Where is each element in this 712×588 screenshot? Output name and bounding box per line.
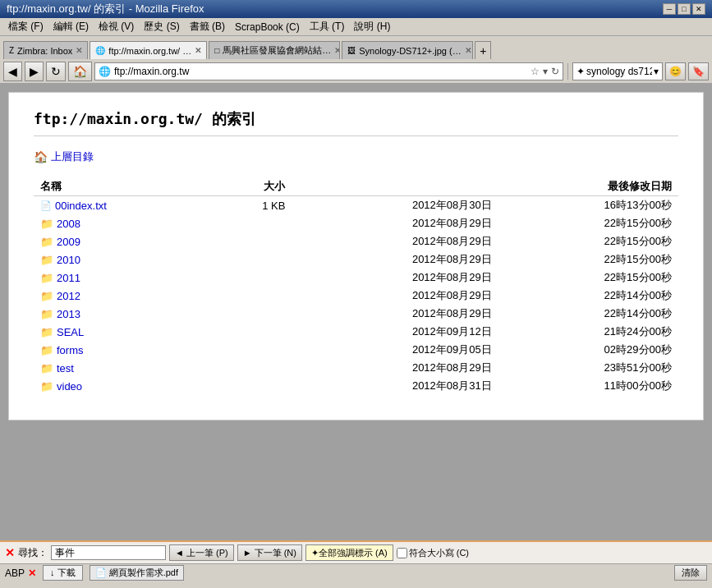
file-date: 2012年08月30日 [292, 196, 498, 215]
table-row: 📄00index.txt1 KB2012年08月30日16時13分00秒 [34, 196, 678, 215]
file-size [211, 232, 292, 250]
status-error-icon: ✕ [28, 567, 36, 579]
file-link[interactable]: 📁2008 [40, 218, 204, 230]
find-highlight-button[interactable]: ✦全部強調標示 (A) [305, 544, 393, 561]
tab-favicon-synology: 🖼 [347, 46, 356, 55]
file-link[interactable]: 📁2011 [40, 272, 204, 284]
file-date: 2012年09月12日 [292, 323, 498, 341]
tabbar: Z Zimbra: Inbox ✕ 🌐 ftp://maxin.org.tw/ … [0, 36, 712, 59]
file-time: 22時15分00秒 [498, 214, 678, 232]
menu-edit[interactable]: 編輯 (E) [48, 18, 94, 35]
file-link[interactable]: 📁2009 [40, 236, 204, 248]
back-button[interactable]: ◀ [3, 62, 22, 81]
nav-separator [567, 63, 568, 80]
file-link[interactable]: 📁2013 [40, 308, 204, 320]
tab-synology[interactable]: 🖼 Synology-DS712+.jpg (… ✕ [342, 41, 473, 59]
file-icon: 📄 [40, 200, 52, 211]
main-area: ftp://maxin.org.tw/ 的索引 🏠 上層目錄 名稱 大小 最後修… [0, 84, 712, 540]
file-size [211, 269, 292, 287]
minimize-button[interactable]: ─ [663, 3, 676, 15]
file-date: 2012年08月29日 [292, 269, 498, 287]
file-link[interactable]: 📁video [40, 380, 204, 393]
table-row: 📁video2012年08月31日11時00分00秒 [34, 377, 678, 395]
close-button[interactable]: ✕ [692, 3, 705, 15]
folder-icon: 📁 [40, 272, 53, 284]
menu-view[interactable]: 檢視 (V) [94, 18, 139, 35]
table-row: 📁test2012年08月29日23時51分00秒 [34, 359, 678, 377]
url-input[interactable] [114, 66, 527, 77]
col-size: 大小 [211, 177, 292, 196]
tab-close-synology[interactable]: ✕ [465, 46, 471, 55]
tab-close-ftp[interactable]: ✕ [195, 46, 201, 55]
file-date: 2012年09月05日 [292, 341, 498, 359]
menu-help[interactable]: 說明 (H) [349, 18, 395, 35]
menu-history[interactable]: 歷史 (S) [139, 18, 184, 35]
reload-button[interactable]: ↻ [46, 62, 66, 81]
find-next-button[interactable]: ► 下一筆 (N) [237, 544, 302, 561]
search-bar: ✦ ▾ [572, 62, 663, 80]
url-dropdown-icon[interactable]: ▾ [543, 66, 548, 77]
url-bar: 🌐 ☆ ▾ ↻ [94, 62, 563, 80]
file-name: 2013 [57, 308, 80, 320]
file-link[interactable]: 📁test [40, 362, 204, 374]
download-file-label: 網頁製作需求.pdf [109, 567, 178, 577]
tab-close-maxin[interactable]: ✕ [334, 46, 340, 55]
find-close-button[interactable]: ✕ [5, 546, 15, 559]
folder-icon: 📁 [40, 254, 53, 266]
clear-button[interactable]: 清除 [674, 565, 707, 581]
file-name: test [57, 362, 74, 374]
search-input[interactable] [586, 66, 652, 77]
download-file-button[interactable]: 📄 網頁製作需求.pdf [90, 565, 184, 581]
menu-scrapbook[interactable]: ScrapBook (C) [230, 20, 305, 34]
file-link[interactable]: 📁SEAL [40, 326, 204, 338]
status-left: ABP ✕ [5, 567, 36, 579]
file-date: 2012年08月29日 [292, 232, 498, 250]
folder-icon: 📁 [40, 344, 53, 356]
file-size [211, 250, 292, 269]
folder-icon: 📁 [40, 326, 53, 338]
maximize-button[interactable]: □ [678, 3, 691, 15]
table-row: 📁SEAL2012年09月12日21時24分00秒 [34, 323, 678, 341]
tab-maxin[interactable]: □ 馬興社區發展協會網站結… ✕ [209, 41, 340, 59]
file-time: 22時15分00秒 [498, 232, 678, 250]
tab-ftp[interactable]: 🌐 ftp://maxin.org.tw/ … ✕ [90, 41, 207, 59]
folder-icon: 📁 [40, 362, 53, 374]
menu-file[interactable]: 檔案 (F) [3, 18, 48, 35]
find-case-checkbox[interactable] [397, 548, 407, 558]
tab-close-zimbra[interactable]: ✕ [76, 46, 82, 55]
menu-tools[interactable]: 工具 (T) [305, 18, 350, 35]
find-case-label: 符合大小寫 (C) [409, 547, 469, 559]
folder-icon: 📁 [40, 236, 53, 248]
file-link[interactable]: 📄00index.txt [40, 200, 204, 212]
url-star-icon[interactable]: ☆ [531, 66, 540, 77]
file-date: 2012年08月29日 [292, 305, 498, 323]
addon-icon[interactable]: ABP [5, 567, 25, 579]
new-tab-button[interactable]: + [475, 41, 491, 59]
up-directory-link[interactable]: 🏠 上層目錄 [34, 149, 678, 164]
menu-bookmarks[interactable]: 書籤 (B) [185, 18, 230, 35]
forward-button[interactable]: ▶ [25, 62, 44, 81]
statusbar: ABP ✕ ↓ 下載 📄 網頁製作需求.pdf 清除 [0, 563, 712, 581]
home-button[interactable]: 🏠 [68, 62, 92, 81]
search-engine-icon: ✦ [576, 66, 585, 77]
find-prev-button[interactable]: ◄ 上一筆 (P) [169, 544, 234, 561]
page-title: ftp://maxin.org.tw/ 的索引 [34, 109, 678, 136]
file-name: 2008 [57, 218, 80, 230]
file-name: SEAL [57, 326, 84, 338]
file-size [211, 305, 292, 323]
search-dropdown-icon[interactable]: ▾ [654, 66, 659, 77]
download-tab-button[interactable]: ↓ 下載 [43, 565, 83, 581]
emoji-button[interactable]: 😊 [665, 62, 686, 80]
file-time: 02時29分00秒 [498, 341, 678, 359]
file-date: 2012年08月29日 [292, 250, 498, 269]
file-time: 23時51分00秒 [498, 359, 678, 377]
url-refresh-icon[interactable]: ↻ [551, 66, 559, 77]
find-input[interactable] [51, 545, 166, 560]
file-link[interactable]: 📁2010 [40, 254, 204, 266]
file-link[interactable]: 📁2012 [40, 290, 204, 302]
file-name: 00index.txt [55, 200, 107, 212]
addon-button[interactable]: 🔖 [688, 62, 709, 80]
find-case-wrap: 符合大小寫 (C) [397, 547, 469, 559]
tab-zimbra[interactable]: Z Zimbra: Inbox ✕ [3, 41, 88, 59]
file-link[interactable]: 📁forms [40, 344, 204, 356]
